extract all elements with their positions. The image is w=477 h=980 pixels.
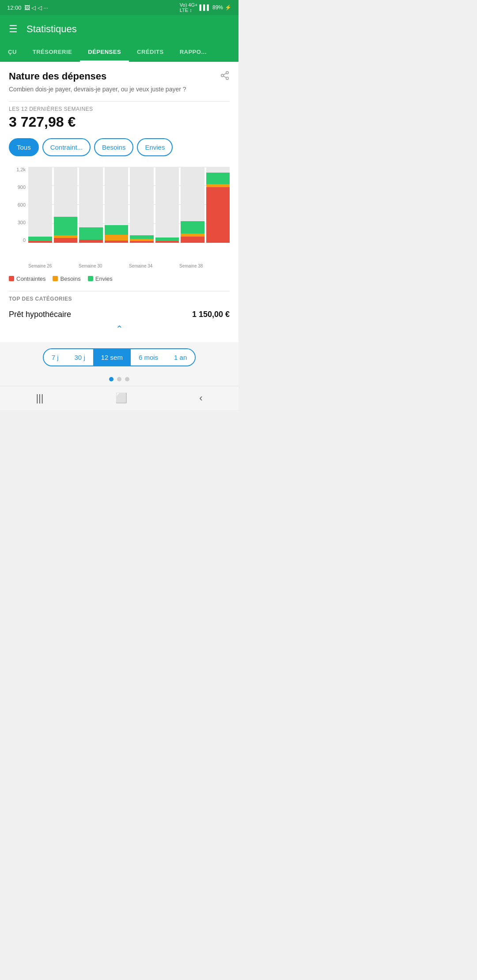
page-title: Statistiques: [26, 23, 77, 35]
time-btn-1an[interactable]: 1 an: [166, 349, 195, 366]
legend-label-contraintes: Contraintes: [16, 275, 45, 282]
divider-1: [9, 101, 230, 102]
battery-display: 89%: [212, 4, 223, 11]
x-label-sem38: Semaine 38: [179, 264, 204, 268]
dot-2: [117, 377, 121, 381]
tab-rapports[interactable]: RAPPO...: [172, 43, 215, 62]
time-filter-bar: 7 j 30 j 12 sem 6 mois 1 an: [0, 342, 238, 373]
main-content: Nature des dépenses Combien dois-je paye…: [0, 62, 238, 342]
tab-cu[interactable]: ÇU: [0, 43, 25, 62]
y-label-900: 900: [9, 185, 27, 190]
top-categories-label: TOP DES CATÉGORIES: [9, 296, 230, 302]
network-icon: Vo) 4G+LTE ↕: [180, 2, 198, 13]
category-row-1: Prêt hypothécaire 1 150,00 €: [9, 307, 230, 322]
tabs-navigation: ÇU TRÉSORERIE DÉPENSES CRÉDITS RAPPO...: [0, 43, 238, 62]
legend-besoins: Besoins: [53, 275, 80, 282]
section-title: Nature des dépenses: [9, 71, 106, 82]
period-amount: 3 727,98 €: [9, 114, 230, 130]
tab-depenses[interactable]: DÉPENSES: [80, 43, 129, 62]
filter-tous[interactable]: Tous: [9, 138, 39, 156]
divider-2: [9, 291, 230, 291]
svg-point-2: [226, 77, 229, 80]
legend-dot-envies: [88, 276, 93, 281]
legend-label-envies: Envies: [95, 275, 113, 282]
nav-home-icon[interactable]: ⬜: [115, 392, 127, 404]
dot-3: [125, 377, 129, 381]
nav-back-icon[interactable]: |||: [36, 392, 43, 404]
legend-dot-contraintes: [9, 276, 14, 281]
scroll-up-hint[interactable]: ⌃: [9, 322, 230, 335]
time-display: 12:00: [7, 4, 22, 11]
tab-tresorerie[interactable]: TRÉSORERIE: [25, 43, 80, 62]
battery-icon: ⚡: [225, 4, 231, 11]
time-filter-group: 7 j 30 j 12 sem 6 mois 1 an: [43, 348, 196, 366]
filter-contraintes[interactable]: Contraint...: [42, 138, 91, 156]
time-btn-6mois[interactable]: 6 mois: [131, 349, 166, 366]
share-icon[interactable]: [220, 71, 230, 83]
chart-area: 0 300 600 900 1,2k: [9, 167, 230, 268]
x-label-sem30: Semaine 30: [79, 264, 104, 268]
filter-group: Tous Contraint... Besoins Envies: [9, 138, 230, 156]
svg-line-4: [223, 73, 226, 75]
chart-legend: Contraintes Besoins Envies: [9, 275, 230, 282]
signal-icon: ▌▌▌: [199, 4, 211, 11]
svg-point-1: [221, 74, 224, 77]
nav-bar: ||| ⬜ ‹: [0, 386, 238, 410]
tab-credits[interactable]: CRÉDITS: [129, 43, 172, 62]
nav-recent-icon[interactable]: ‹: [199, 392, 202, 404]
legend-envies: Envies: [88, 275, 113, 282]
section-subtitle: Combien dois-je payer, devrais-je payer,…: [9, 85, 230, 94]
legend-label-besoins: Besoins: [60, 275, 80, 282]
legend-contraintes: Contraintes: [9, 275, 45, 282]
category-name-1: Prêt hypothécaire: [9, 310, 71, 319]
menu-icon[interactable]: ☰: [9, 23, 18, 35]
status-right: Vo) 4G+LTE ↕ ▌▌▌ 89% ⚡: [180, 2, 231, 13]
status-time: 12:00 🖼 ◁ ◁ ···: [7, 4, 48, 11]
x-label-sem26: Semaine 26: [28, 264, 53, 268]
time-btn-30j[interactable]: 30 j: [67, 349, 93, 366]
filter-envies[interactable]: Envies: [137, 138, 173, 156]
svg-point-0: [226, 72, 229, 74]
time-btn-7j[interactable]: 7 j: [44, 349, 67, 366]
app-header: ☰ Statistiques: [0, 15, 238, 43]
status-icons: 🖼 ◁ ◁ ···: [24, 4, 49, 11]
legend-dot-besoins: [53, 276, 58, 281]
filter-besoins[interactable]: Besoins: [94, 138, 133, 156]
time-btn-12sem[interactable]: 12 sem: [93, 349, 131, 366]
svg-line-3: [223, 76, 226, 78]
dots-indicator: [0, 373, 238, 386]
status-bar: 12:00 🖼 ◁ ◁ ··· Vo) 4G+LTE ↕ ▌▌▌ 89% ⚡: [0, 0, 238, 15]
y-label-300: 300: [9, 220, 27, 225]
section-header: Nature des dépenses: [9, 71, 230, 83]
category-amount-1: 1 150,00 €: [192, 310, 230, 319]
y-label-1200: 1,2k: [9, 167, 27, 172]
dot-1: [109, 377, 114, 381]
x-label-sem34: Semaine 34: [129, 264, 154, 268]
y-label-0: 0: [9, 237, 27, 243]
period-label: LES 12 DERNIÈRES SEMAINES: [9, 106, 230, 112]
y-label-600: 600: [9, 202, 27, 207]
